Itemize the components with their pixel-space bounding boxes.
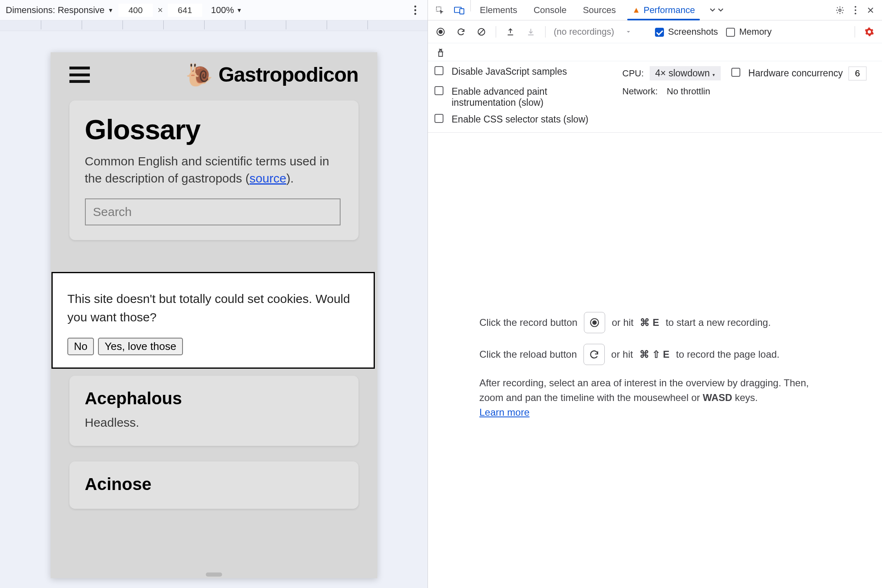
- svg-point-7: [855, 6, 856, 7]
- learn-more-link[interactable]: Learn more: [479, 407, 530, 418]
- perf-instructions: Click the record button or hit ⌘ E to st…: [479, 301, 831, 420]
- reload-icon[interactable]: [455, 26, 467, 38]
- svg-point-8: [855, 9, 856, 11]
- upload-icon[interactable]: [504, 26, 517, 38]
- divider: [470, 0, 471, 11]
- screenshots-checkbox[interactable]: Screenshots: [655, 27, 718, 37]
- dimensions-dropdown[interactable]: Dimensions: Responsive ▼: [6, 5, 114, 16]
- entry-term: Acinose: [85, 474, 343, 494]
- download-icon[interactable]: [525, 26, 537, 38]
- device-toggle-icon[interactable]: [450, 0, 469, 20]
- height-input[interactable]: [168, 4, 202, 17]
- cookie-dialog: This site doesn't but totally could set …: [51, 272, 375, 369]
- clear-icon[interactable]: [475, 26, 488, 38]
- hw-concurrency-checkbox[interactable]: Hardware concurrency: [731, 68, 843, 79]
- svg-rect-5: [460, 9, 464, 14]
- zoom-value: 100%: [211, 5, 234, 16]
- cpu-select[interactable]: 4× slowdown ▾: [650, 66, 721, 80]
- settings-icon[interactable]: [831, 0, 849, 20]
- more-tabs-icon[interactable]: [704, 0, 729, 20]
- snail-icon: 🐌: [185, 64, 213, 86]
- glossary-heading: Glossary: [85, 114, 343, 145]
- kbd-wasd: WASD: [703, 392, 732, 403]
- search-input[interactable]: Search: [85, 198, 341, 225]
- kbd-shortcut: ⌘ E: [640, 317, 659, 328]
- zoom-dropdown[interactable]: 100% ▼: [211, 5, 242, 16]
- svg-point-1: [414, 9, 416, 11]
- reload-button[interactable]: [584, 344, 605, 365]
- collect-garbage-icon[interactable]: [434, 46, 447, 58]
- cookie-text: This site doesn't but totally could set …: [67, 290, 353, 326]
- perf-settings-icon[interactable]: [863, 26, 875, 38]
- brand-title: Gastropodicon: [218, 63, 359, 87]
- perf-toolbar: (no recordings) Screenshots Memory: [428, 20, 882, 43]
- dimension-x: ×: [158, 5, 163, 16]
- hw-concurrency-input[interactable]: [849, 67, 866, 80]
- source-link[interactable]: source: [249, 172, 286, 185]
- ruler: [0, 20, 428, 31]
- svg-rect-13: [439, 52, 442, 56]
- svg-point-15: [592, 320, 597, 325]
- inspect-icon[interactable]: [431, 0, 448, 20]
- kebab-menu-icon[interactable]: [409, 4, 422, 17]
- no-recordings-label: (no recordings): [554, 27, 614, 37]
- svg-point-6: [839, 9, 841, 11]
- svg-point-2: [414, 13, 416, 15]
- devtools-tabs: Elements Console Sources ▲ Performance: [428, 0, 882, 20]
- divider: [855, 26, 855, 38]
- device-toolbar: Dimensions: Responsive ▼ × 100% ▼: [0, 0, 428, 20]
- tab-elements[interactable]: Elements: [472, 0, 525, 20]
- chevron-down-icon: ▼: [236, 7, 242, 13]
- chevron-down-icon[interactable]: [622, 26, 635, 38]
- cpu-label: CPU:: [622, 68, 644, 79]
- cookie-no-button[interactable]: No: [67, 338, 94, 355]
- entry-term: Acephalous: [85, 389, 343, 408]
- kebab-menu-icon[interactable]: [850, 0, 861, 20]
- warning-icon: ▲: [632, 5, 640, 15]
- glossary-desc: Common English and scientific terms used…: [85, 153, 343, 187]
- chevron-down-icon: ▼: [108, 7, 114, 13]
- tab-sources[interactable]: Sources: [575, 0, 623, 20]
- perf-toolbar-2: [428, 43, 882, 61]
- svg-point-0: [414, 5, 416, 7]
- record-button[interactable]: [584, 312, 605, 333]
- divider: [545, 26, 546, 38]
- close-icon[interactable]: [862, 0, 879, 20]
- record-icon[interactable]: [434, 26, 447, 38]
- enable-paint-checkbox[interactable]: Enable advanced paint instrumentation (s…: [434, 86, 614, 108]
- svg-point-9: [855, 13, 856, 14]
- drawer-handle[interactable]: [206, 572, 222, 577]
- network-select[interactable]: No throttlin: [667, 86, 710, 97]
- kbd-shortcut: ⌘ ⇧ E: [639, 349, 669, 360]
- dimensions-label: Dimensions: Responsive: [6, 5, 105, 16]
- svg-point-11: [439, 30, 443, 34]
- divider: [496, 26, 496, 38]
- enable-css-checkbox[interactable]: Enable CSS selector stats (slow): [434, 114, 875, 125]
- hamburger-icon[interactable]: [69, 67, 90, 83]
- entry-def: Headless.: [85, 414, 343, 431]
- cookie-yes-button[interactable]: Yes, love those: [98, 338, 183, 355]
- memory-checkbox[interactable]: Memory: [726, 27, 771, 37]
- network-label: Network:: [622, 86, 658, 97]
- width-input[interactable]: [118, 4, 153, 17]
- disable-js-checkbox[interactable]: Disable JavaScript samples: [434, 66, 614, 77]
- tab-console[interactable]: Console: [526, 0, 574, 20]
- perf-settings: Disable JavaScript samples CPU: 4× slowd…: [428, 61, 882, 133]
- tab-performance[interactable]: ▲ Performance: [625, 0, 702, 20]
